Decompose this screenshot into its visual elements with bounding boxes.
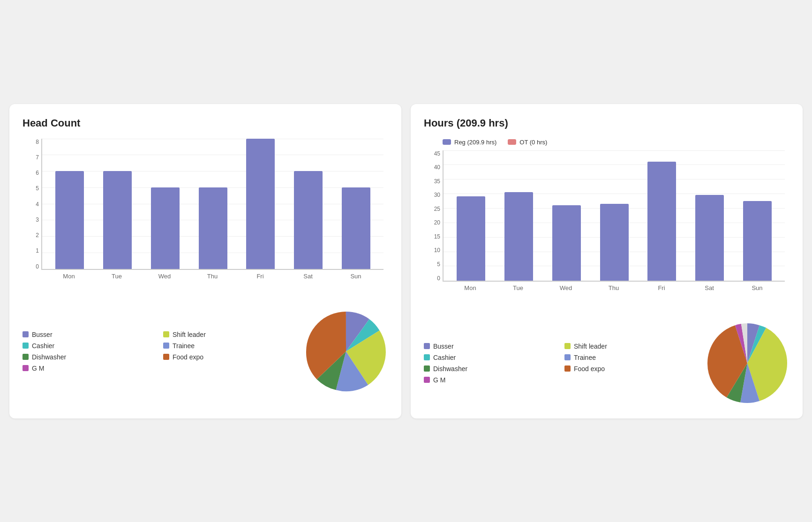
y-label-6: 6 [23, 170, 39, 176]
hbar-fri-fill [647, 162, 676, 280]
legend-gm: G M [23, 365, 154, 372]
hbar-sun [733, 150, 781, 281]
hbar-mon [447, 150, 495, 281]
hx-label-mon: Mon [446, 284, 494, 291]
headcount-chart-area: 0 1 2 3 4 5 6 7 8 [23, 139, 388, 298]
dashboard: Head Count 0 1 2 3 4 5 6 7 8 [9, 104, 803, 418]
h-gm-dot [424, 377, 430, 383]
h-legend-shiftleader: Shift leader [564, 343, 696, 350]
bar-wed [141, 139, 189, 269]
bar-thu-fill [199, 187, 227, 269]
bar-fri-fill [246, 139, 275, 269]
x-label-sun: Sun [332, 273, 380, 280]
hbar-sun-fill [743, 201, 772, 280]
h-legend-gm: G M [424, 376, 555, 384]
bar-sun [332, 139, 380, 269]
bar-sat [285, 139, 332, 269]
hours-legend-pie: Busser Shift leader Cashier Trainee Dish… [424, 321, 789, 405]
cashier-dot [23, 343, 29, 349]
bar-wed-fill [151, 187, 180, 269]
dishwasher-label: Dishwasher [32, 353, 66, 361]
dishwasher-dot [23, 354, 29, 360]
x-label-sat: Sat [284, 273, 332, 280]
y-label-8: 8 [23, 139, 39, 145]
bar-fri [237, 139, 285, 269]
hbar-wed-fill [552, 205, 581, 281]
hy-label-15: 15 [424, 233, 440, 240]
hy-label-20: 20 [424, 219, 440, 226]
legend-dishwasher: Dishwasher [23, 353, 154, 361]
ot-label: OT (0 hrs) [519, 139, 547, 146]
bar-sun-fill [342, 187, 370, 269]
h-legend-trainee: Trainee [564, 354, 696, 361]
h-legend-foodexpo: Food expo [564, 365, 696, 373]
hours-pie [705, 321, 789, 405]
h-busser-label: Busser [433, 343, 454, 350]
y-label-1: 1 [23, 247, 39, 254]
reg-label: Reg (209.9 hrs) [454, 139, 496, 146]
hbar-thu [590, 150, 638, 281]
hours-legend: Busser Shift leader Cashier Trainee Dish… [424, 343, 696, 384]
hy-label-40: 40 [424, 164, 440, 171]
trainee-dot [163, 343, 169, 349]
cashier-label: Cashier [32, 342, 54, 350]
hbar-fri [638, 150, 686, 281]
legend-shiftleader: Shift leader [163, 331, 294, 338]
hours-title: Hours (209.9 hrs) [424, 117, 789, 129]
legend-busser: Busser [23, 331, 154, 338]
shiftleader-dot [163, 331, 169, 337]
shiftleader-label: Shift leader [173, 331, 206, 338]
bar-sat-fill [294, 171, 323, 269]
trainee-label: Trainee [173, 342, 195, 350]
hy-label-45: 45 [424, 150, 440, 157]
h-foodexpo-label: Food expo [574, 365, 605, 373]
h-dishwasher-dot [424, 365, 430, 372]
x-label-mon: Mon [45, 273, 93, 280]
busser-label: Busser [32, 331, 53, 338]
h-legend-cashier: Cashier [424, 354, 555, 361]
hx-label-sat: Sat [685, 284, 733, 291]
x-label-fri: Fri [236, 273, 284, 280]
hbar-sat [686, 150, 734, 281]
hbar-tue [495, 150, 543, 281]
hours-card: Hours (209.9 hrs) Reg (209.9 hrs) OT (0 … [411, 104, 803, 418]
x-label-thu: Thu [188, 273, 236, 280]
h-trainee-label: Trainee [574, 354, 596, 361]
h-trainee-dot [564, 354, 571, 360]
hx-label-fri: Fri [638, 284, 685, 291]
legend-trainee: Trainee [163, 342, 294, 350]
hy-label-10: 10 [424, 247, 440, 254]
headcount-title: Head Count [23, 117, 388, 129]
h-legend-busser: Busser [424, 343, 555, 350]
h-shiftleader-label: Shift leader [574, 343, 607, 350]
bar-thu [189, 139, 237, 269]
h-busser-dot [424, 343, 430, 349]
y-label-3: 3 [23, 216, 39, 223]
h-shiftleader-dot [564, 343, 571, 349]
legend-cashier: Cashier [23, 342, 154, 350]
headcount-pie [304, 309, 388, 394]
h-foodexpo-dot [564, 365, 571, 372]
headcount-legend: Busser Shift leader Cashier Trainee Dish… [23, 331, 294, 372]
busser-dot [23, 331, 29, 337]
hbar-thu-fill [600, 204, 629, 281]
hx-label-wed: Wed [542, 284, 590, 291]
gm-label: G M [32, 365, 44, 372]
foodexpo-dot [163, 354, 169, 360]
legend-foodexpo: Food expo [163, 353, 294, 361]
bar-tue [94, 139, 142, 269]
hbar-sat-fill [695, 195, 724, 280]
y-label-7: 7 [23, 154, 39, 161]
h-dishwasher-label: Dishwasher [433, 365, 467, 373]
bar-tue-fill [103, 171, 132, 269]
y-label-4: 4 [23, 201, 39, 208]
bar-mon-fill [55, 171, 84, 269]
hours-chart-legend: Reg (209.9 hrs) OT (0 hrs) [443, 139, 789, 146]
hx-label-sun: Sun [733, 284, 781, 291]
headcount-legend-pie: Busser Shift leader Cashier Trainee Dish… [23, 309, 388, 394]
y-label-2: 2 [23, 232, 39, 239]
y-label-0: 0 [23, 263, 39, 270]
hy-label-5: 5 [424, 261, 440, 268]
h-gm-label: G M [433, 376, 445, 384]
bar-mon [46, 139, 94, 269]
